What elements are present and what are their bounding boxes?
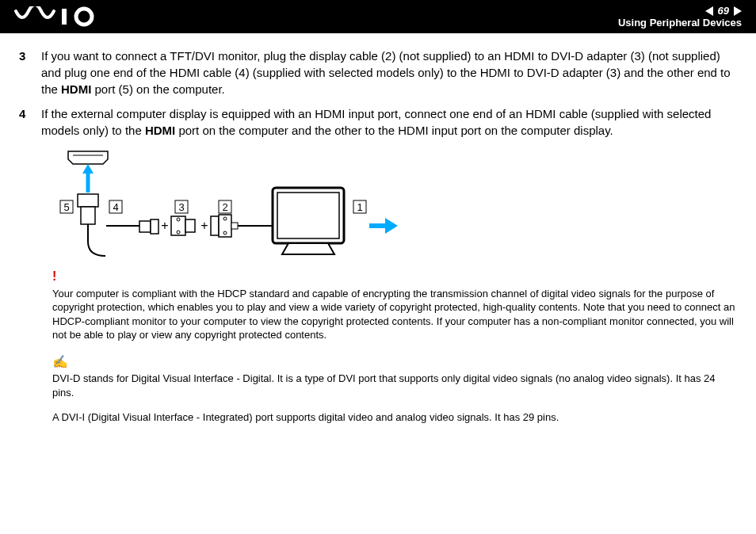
step-text-after: port (5) on the computer.: [91, 82, 224, 96]
dvi-connector-icon: [211, 215, 238, 237]
hint-icon: ✍: [52, 353, 737, 371]
svg-rect-18: [211, 216, 219, 235]
svg-rect-11: [139, 221, 151, 232]
hdmi-plug-icon: [139, 219, 158, 234]
svg-rect-19: [219, 215, 231, 237]
page-number: 69: [718, 5, 729, 17]
plus-icon: +: [161, 219, 168, 232]
step-body: If the external computer display is equi…: [41, 105, 737, 139]
hint-note: ✍ DVI-D stands for Digital Visual Interf…: [52, 353, 737, 400]
vaio-logo: [14, 6, 101, 27]
monitor-icon: [273, 188, 344, 254]
vaio-logo-svg: [14, 6, 101, 27]
svg-marker-29: [385, 218, 398, 234]
section-title: Using Peripheral Devices: [618, 17, 742, 29]
svg-rect-6: [78, 194, 98, 207]
step-text-after: port on the computer and the other to th…: [175, 124, 613, 137]
hdmi-connector-icon: [78, 194, 105, 256]
svg-marker-4: [82, 164, 94, 174]
svg-rect-7: [81, 207, 95, 224]
next-page-arrow-icon[interactable]: [734, 6, 742, 16]
svg-rect-13: [171, 216, 185, 235]
header-bar: 69 Using Peripheral Devices: [0, 0, 756, 33]
callout-1: 1: [357, 201, 362, 213]
callout-4: 4: [113, 201, 118, 213]
step-3: 3 If you want to connect a TFT/DVI monit…: [19, 48, 737, 97]
svg-rect-0: [62, 9, 67, 25]
hint-text-1: DVI-D stands for Digital Visual Interfac…: [52, 372, 716, 399]
callout-2: 2: [222, 201, 227, 213]
arrow-right-icon: [369, 218, 398, 234]
svg-point-1: [76, 9, 92, 25]
hdmi-port-icon: [68, 151, 108, 164]
step-bold: HDMI: [145, 124, 175, 137]
hint-note-2: A DVI-I (Digital Visual Interface - Inte…: [52, 410, 737, 425]
warning-text: Your computer is compliant with the HDCP…: [52, 288, 735, 341]
callout-3: 3: [178, 201, 184, 213]
svg-rect-12: [151, 219, 158, 234]
step-number: 4: [19, 105, 41, 122]
step-number: 3: [19, 48, 41, 64]
svg-rect-22: [231, 223, 238, 229]
arrow-to-port-icon: [82, 164, 94, 193]
notes-section: ! Your computer is compliant with the HD…: [52, 268, 737, 425]
connection-diagram: 5 4 +: [52, 147, 737, 260]
header-right: 69 Using Peripheral Devices: [618, 5, 742, 29]
plus-icon: +: [200, 219, 208, 232]
svg-rect-14: [185, 219, 195, 232]
hint-text-2: A DVI-I (Digital Visual Interface - Inte…: [52, 411, 559, 423]
step-bold: HDMI: [61, 82, 91, 96]
dvi-adapter-icon: [171, 216, 195, 235]
warning-icon: !: [52, 268, 737, 285]
svg-rect-26: [277, 193, 339, 238]
callout-5: 5: [63, 201, 69, 213]
diagram-svg: 5 4 +: [52, 147, 401, 257]
warning-note: ! Your computer is compliant with the HD…: [52, 268, 737, 342]
step-4: 4 If the external computer display is eq…: [19, 105, 737, 139]
step-body: If you want to connect a TFT/DVI monitor…: [41, 48, 737, 97]
page-content: 3 If you want to connect a TFT/DVI monit…: [0, 33, 756, 450]
page-nav: 69: [618, 5, 742, 17]
prev-page-arrow-icon[interactable]: [705, 6, 713, 16]
